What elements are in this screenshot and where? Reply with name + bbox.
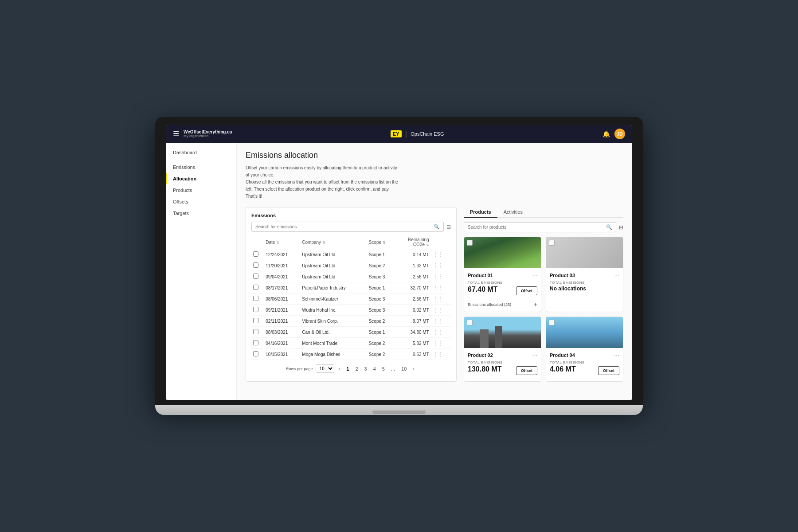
laptop-screen-outer: ☰ WeOffsetEverything.ca My organization … bbox=[155, 117, 643, 405]
row-checkbox-8[interactable] bbox=[253, 340, 258, 345]
col-date[interactable]: Date ⇅ bbox=[264, 235, 300, 249]
col-scope[interactable]: Scope ⇅ bbox=[367, 235, 396, 249]
cell-scope: Scope 1 bbox=[367, 282, 396, 293]
emissions-search-row: 🔍 ⊟ bbox=[251, 222, 451, 232]
prev-page-button[interactable]: ‹ bbox=[337, 365, 342, 372]
product-01-add-button[interactable]: + bbox=[534, 301, 537, 308]
sidebar-item-offsets[interactable]: Offsets bbox=[166, 196, 236, 207]
emissions-search-input[interactable] bbox=[255, 224, 431, 229]
product-01-menu-icon[interactable]: ··· bbox=[532, 272, 537, 279]
row-checkbox-5[interactable] bbox=[253, 307, 258, 312]
row-checkbox-0[interactable] bbox=[253, 251, 258, 257]
pagination-bar: Rows per page 10 25 50 ‹ 1 2 3 4 bbox=[251, 364, 451, 373]
cell-handle[interactable]: ⋮⋮ bbox=[431, 327, 451, 338]
user-avatar[interactable]: JD bbox=[614, 129, 625, 139]
page-5-button[interactable]: 5 bbox=[380, 365, 387, 372]
sidebar-item-dashboard[interactable]: Dashboard bbox=[166, 150, 236, 161]
product-01-header: Product 01 ··· bbox=[468, 272, 537, 279]
tab-activities[interactable]: Activities bbox=[497, 207, 529, 218]
cell-handle[interactable]: ⋮⋮ bbox=[431, 282, 451, 293]
products-search-icon: 🔍 bbox=[606, 224, 612, 230]
cell-company: Paper&Paper Industry bbox=[300, 282, 367, 293]
tab-products[interactable]: Products bbox=[464, 207, 497, 218]
product-01-offset-button[interactable]: Offset bbox=[516, 286, 537, 295]
cell-handle[interactable]: ⋮⋮ bbox=[431, 349, 451, 360]
product-04-offset-button[interactable]: Offset bbox=[598, 366, 619, 375]
col-company[interactable]: Company ⇅ bbox=[300, 235, 367, 249]
product-04-header: Product 04 ··· bbox=[550, 352, 619, 359]
hamburger-icon[interactable]: ☰ bbox=[173, 129, 179, 138]
rows-per-page-select[interactable]: 10 25 50 bbox=[316, 364, 334, 373]
cell-date: 08/06/2021 bbox=[264, 293, 300, 305]
product-04-emissions-label: TOTAL EMISSIONS bbox=[550, 360, 619, 364]
product-02-emissions-label: TOTAL EMISSIONS bbox=[468, 360, 537, 364]
emissions-filter-icon[interactable]: ⊟ bbox=[446, 224, 451, 230]
cell-co2e: 32.70 MT bbox=[396, 282, 431, 293]
cell-handle[interactable]: ⋮⋮ bbox=[431, 260, 451, 271]
sidebar-item-allocation[interactable]: Allocation bbox=[166, 173, 236, 184]
topbar: ☰ WeOffsetEverything.ca My organization … bbox=[166, 125, 632, 143]
page-1-button[interactable]: 1 bbox=[344, 365, 351, 372]
row-checkbox-2[interactable] bbox=[253, 274, 258, 279]
desc-line1: Offset your carbon emissions easily by a… bbox=[246, 165, 397, 170]
cell-scope: Scope 2 bbox=[367, 316, 396, 327]
laptop-screen: ☰ WeOffsetEverything.ca My organization … bbox=[166, 125, 632, 400]
product-02-menu-icon[interactable]: ··· bbox=[532, 352, 537, 359]
topbar-center: EY | OpsChain ESG bbox=[391, 129, 444, 139]
col-co2e[interactable]: RemainingCO2e ⇅ bbox=[396, 235, 431, 249]
row-checkbox-7[interactable] bbox=[253, 329, 258, 334]
product-03-name: Product 03 bbox=[550, 273, 575, 278]
product-04-checkbox[interactable] bbox=[549, 320, 555, 325]
sidebar-item-products[interactable]: Products bbox=[166, 184, 236, 196]
product-01-body: Product 01 ··· TOTAL EMISSIONS 67.40 MT … bbox=[464, 268, 541, 312]
desc-line3: Choose all the emissions that you want t… bbox=[246, 180, 398, 184]
row-checkbox-1[interactable] bbox=[253, 262, 258, 268]
laptop-notch bbox=[372, 411, 426, 414]
cell-handle[interactable]: ⋮⋮ bbox=[431, 249, 451, 260]
product-02-header: Product 02 ··· bbox=[468, 352, 537, 359]
table-row: 04/16/2021 Mont Mochi Trade Scope 2 5.82… bbox=[251, 338, 451, 349]
cell-company: Moga Moga Dishes bbox=[300, 349, 367, 360]
product-02-checkbox[interactable] bbox=[467, 320, 473, 325]
product-04-menu-icon[interactable]: ··· bbox=[614, 352, 619, 359]
table-row: 12/24/2021 Upstream Oil Ltd. Scope 1 0.1… bbox=[251, 249, 451, 260]
page-4-button[interactable]: 4 bbox=[372, 365, 378, 372]
cell-scope: Scope 1 bbox=[367, 249, 396, 260]
sidebar-item-targets[interactable]: Targets bbox=[166, 207, 236, 219]
page-10-button[interactable]: 10 bbox=[399, 365, 408, 372]
cell-co2e: 5.82 MT bbox=[396, 338, 431, 349]
page-2-button[interactable]: 2 bbox=[353, 365, 360, 372]
cell-company: Mont Mochi Trade bbox=[300, 338, 367, 349]
row-checkbox-9[interactable] bbox=[253, 351, 258, 356]
notification-bell-icon[interactable]: 🔔 bbox=[602, 130, 610, 137]
table-row: 09/21/2021 Wudra Hohaf Inc. Scope 3 0.02… bbox=[251, 305, 451, 316]
cell-handle[interactable]: ⋮⋮ bbox=[431, 305, 451, 316]
cell-co2e: 2.56 MT bbox=[396, 293, 431, 305]
row-checkbox-3[interactable] bbox=[253, 285, 258, 290]
cell-handle[interactable]: ⋮⋮ bbox=[431, 316, 451, 327]
sidebar-nav: Emissions Allocation Products Offsets Ta… bbox=[166, 161, 236, 219]
product-01-checkbox[interactable] bbox=[467, 240, 473, 246]
next-page-button[interactable]: › bbox=[411, 365, 416, 372]
product-02-offset-button[interactable]: Offset bbox=[516, 366, 537, 375]
products-filter-icon[interactable]: ⊟ bbox=[619, 224, 623, 231]
table-row: 10/15/2021 Moga Moga Dishes Scope 2 0.63… bbox=[251, 349, 451, 360]
page-title: Emissions allocation bbox=[246, 151, 623, 160]
main-layout: Dashboard Emissions Allocation Products … bbox=[166, 143, 632, 400]
cell-date: 09/21/2021 bbox=[264, 305, 300, 316]
cell-handle[interactable]: ⋮⋮ bbox=[431, 338, 451, 349]
product-02-emissions-value: 130.80 MT bbox=[468, 365, 501, 373]
row-checkbox-6[interactable] bbox=[253, 318, 258, 323]
page-3-button[interactable]: 3 bbox=[363, 365, 369, 372]
product-02-body: Product 02 ··· TOTAL EMISSIONS 130.80 MT… bbox=[464, 348, 541, 381]
row-checkbox-4[interactable] bbox=[253, 296, 258, 301]
sidebar-item-emissions[interactable]: Emissions bbox=[166, 161, 236, 173]
products-grid: Product 01 ··· TOTAL EMISSIONS 67.40 MT … bbox=[464, 237, 623, 382]
cell-handle[interactable]: ⋮⋮ bbox=[431, 293, 451, 305]
product-03-menu-icon[interactable]: ··· bbox=[614, 272, 619, 279]
products-search-input[interactable] bbox=[468, 225, 603, 230]
product-01-name: Product 01 bbox=[468, 273, 493, 278]
product-01-allocated-row: Emissions allocated (25) + bbox=[468, 299, 537, 308]
cell-handle[interactable]: ⋮⋮ bbox=[431, 271, 451, 282]
product-03-checkbox[interactable] bbox=[549, 240, 555, 246]
